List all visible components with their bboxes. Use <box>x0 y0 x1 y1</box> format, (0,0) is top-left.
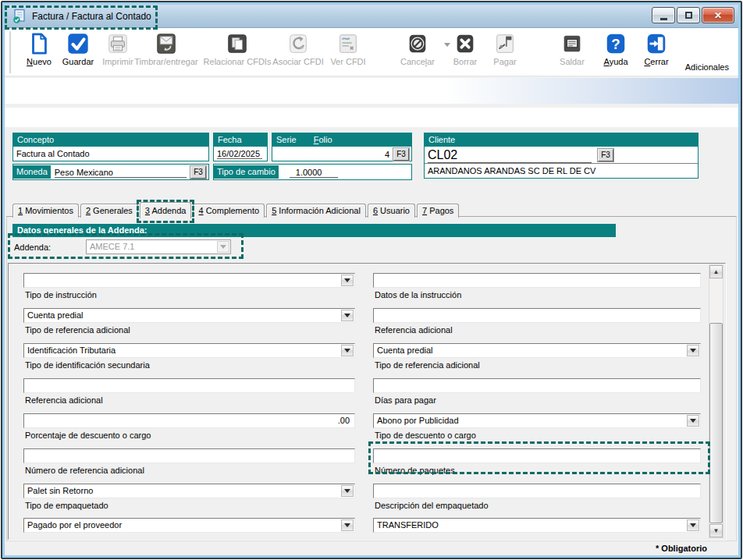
toolbar-label: Guardar <box>62 57 94 66</box>
main-toolbar: Nuevo Guardar Imprimir <box>5 28 738 76</box>
view-cfdi-icon <box>336 32 360 55</box>
toolbar-button-borrar[interactable]: Borrar <box>446 32 484 66</box>
fecha-value[interactable]: 16/02/2025 <box>217 149 262 159</box>
scroll-down-button[interactable]: ▼ <box>709 524 723 537</box>
chevron-down-icon[interactable] <box>687 519 699 531</box>
chevron-down-icon[interactable] <box>341 310 354 321</box>
scroll-up-button[interactable]: ▲ <box>709 265 723 278</box>
field-tipo-de-referencia-adicional-izq: Cuenta predial Tipo de referencia adicio… <box>23 308 355 339</box>
chevron-down-icon[interactable] <box>341 519 354 531</box>
moneda-f3-button[interactable]: F3 <box>190 166 206 179</box>
chevron-down-icon[interactable] <box>341 345 354 356</box>
tab-complemento[interactable]: 4 Complemento <box>193 204 265 218</box>
exit-door-icon <box>645 32 668 55</box>
moneda-value[interactable]: Peso Mexicano <box>55 167 187 178</box>
adicionales-menu[interactable]: Adicionales <box>685 62 729 72</box>
chevron-down-icon[interactable] <box>687 345 699 356</box>
tab-usuario[interactable]: 6 Usuario <box>368 204 415 218</box>
input-value <box>374 379 700 381</box>
combo-value: Palet sin Retorno <box>24 484 354 495</box>
numero-de-paquetes-input[interactable] <box>373 448 701 463</box>
fecha-field: Fecha 16/02/2025 <box>213 133 268 161</box>
dias-para-pagar-input[interactable] <box>373 378 701 393</box>
toolbar-label: Imprimir <box>102 57 133 66</box>
window-title: Factura / Factura al Contado <box>32 11 151 22</box>
tipo-descuento-cargo-select[interactable]: Abono por Publicidad <box>373 413 701 428</box>
scrollbar-thumb[interactable] <box>709 323 723 523</box>
cliente-f3-button[interactable]: F3 <box>598 149 613 161</box>
tab-label: 6 Usuario <box>373 206 410 215</box>
close-button[interactable]: ✕ <box>702 7 734 23</box>
field-label: Número de referencia adicional <box>25 466 144 475</box>
tab-generales[interactable]: 2 Generales <box>80 204 138 218</box>
combo-value: Identificación Tributaria <box>24 344 354 355</box>
required-note: * Obligatorio <box>656 544 707 553</box>
toolbar-button-timbrar-entregar[interactable]: Timbrar/entregar <box>130 32 203 66</box>
toolbar-button-saldar[interactable]: Saldar <box>551 32 593 66</box>
field-pagado-por-proveedor: Pagado por el proveedor <box>23 518 355 549</box>
field-tipo-identificacion-secundaria: Identificación Tributaria Tipo de identi… <box>23 343 355 374</box>
referencia-adicional-input[interactable] <box>23 378 355 393</box>
field-datos-de-la-instruccion: Datos de la instrucción <box>373 273 701 304</box>
tipo-de-empaquetado-select[interactable]: Palet sin Retorno <box>23 484 355 498</box>
tipo-identificacion-secundaria-select[interactable]: Identificación Tributaria <box>23 343 355 358</box>
toolbar-button-pagar[interactable]: Pagar <box>487 32 523 66</box>
chevron-down-icon[interactable] <box>687 415 699 427</box>
toolbar-band-plain <box>5 108 738 127</box>
printer-icon <box>106 32 130 55</box>
field-tipo-de-empaquetado: Palet sin Retorno Tipo de empaquetado <box>23 484 355 515</box>
tab-label: 7 Pagos <box>422 206 453 215</box>
toolbar-button-guardar[interactable]: Guardar <box>58 32 98 66</box>
toolbar-button-ver-cfdi[interactable]: Ver CFDI <box>325 32 372 66</box>
folio-f3-button[interactable]: F3 <box>393 148 409 161</box>
referencia-adicional-der-input[interactable] <box>373 308 701 323</box>
toolbar-label: Pagar <box>493 57 516 66</box>
tab-pagos[interactable]: 7 Pagos <box>417 204 459 218</box>
vertical-scrollbar[interactable]: ▲ ▼ <box>709 264 723 538</box>
numero-referencia-adicional-input[interactable] <box>23 448 355 463</box>
addenda-label: Addenda: <box>14 243 51 252</box>
field-label: Datos de la instrucción <box>375 290 461 299</box>
maximize-button[interactable] <box>677 7 700 23</box>
folio-value[interactable]: 4 <box>385 150 389 159</box>
toolbar-label: Timbrar/entregar <box>134 57 198 66</box>
combo-value: Pagado por el proveedor <box>24 519 354 530</box>
toolbar-button-cancelar[interactable]: Cancelar <box>393 32 442 66</box>
toolbar-button-nuevo[interactable]: Nuevo <box>19 32 59 66</box>
pagado-por-proveedor-select[interactable]: Pagado por el proveedor <box>23 518 355 533</box>
tab-informacion-adicional[interactable]: 5 Información Adicional <box>266 204 366 218</box>
tab-addenda[interactable]: 3 Addenda <box>140 202 192 218</box>
scroll-up-icon: ▲ <box>713 269 720 275</box>
concepto-value[interactable]: Factura al Contado <box>13 147 208 158</box>
field-transferido: TRANSFERIDO <box>373 518 701 549</box>
toolbar-button-ayuda[interactable]: ? Ayuda <box>598 32 634 66</box>
transferido-select[interactable]: TRANSFERIDO <box>373 518 701 533</box>
chevron-down-icon[interactable] <box>341 485 354 497</box>
porcentaje-descuento-input[interactable]: .00 <box>23 413 355 428</box>
field-tipo-de-referencia-adicional-der: Cuenta predial Tipo de referencia adicio… <box>373 343 701 374</box>
chevron-down-icon[interactable] <box>341 275 354 286</box>
delete-x-icon <box>453 32 477 55</box>
tipo-de-instruccion-select[interactable] <box>23 273 355 288</box>
title-bar[interactable]: Factura / Factura al Contado ✕ <box>5 5 738 28</box>
input-value <box>374 274 700 275</box>
input-value <box>374 309 700 310</box>
cliente-field: Cliente CL02 F3 ARANDANOS ARANDAS SC DE … <box>424 133 699 179</box>
toolbar-button-asociar-cfdi[interactable]: Asociar CFDI <box>270 32 326 66</box>
tipo-cambio-value[interactable]: 1.0000 <box>290 167 338 178</box>
toolbar-button-relacionar-cfdis[interactable]: Relacionar CFDIs <box>203 32 272 66</box>
tipo-referencia-adicional-der-select[interactable]: Cuenta predial <box>373 343 701 358</box>
cliente-header: Cliente <box>425 133 698 147</box>
cliente-code[interactable]: CL02 <box>428 148 592 163</box>
stamp-envelope-icon <box>155 32 178 55</box>
tipo-de-referencia-adicional-select[interactable]: Cuenta predial <box>23 308 355 323</box>
minimize-button[interactable] <box>652 7 675 23</box>
toolbar-label: Borrar <box>453 57 478 66</box>
descripcion-empaquetado-input[interactable] <box>373 484 701 498</box>
combo-value: Cuenta predial <box>24 309 354 320</box>
toolbar-label: Cancelar <box>400 57 435 66</box>
toolbar-button-cerrar[interactable]: Cerrar <box>637 32 676 66</box>
tab-movimientos[interactable]: 1 Movimientos <box>12 204 79 218</box>
tipo-cambio-label: Tipo de cambio <box>214 165 279 179</box>
datos-instruccion-input[interactable] <box>373 273 701 288</box>
